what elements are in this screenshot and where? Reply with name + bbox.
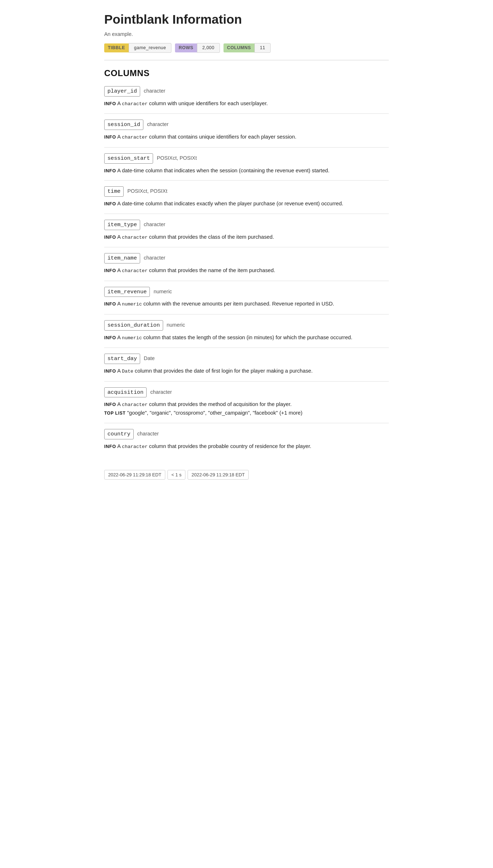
footer-duration: < 1 s xyxy=(167,470,185,480)
column-name: time xyxy=(104,186,124,197)
column-name: session_duration xyxy=(104,320,163,331)
page-title: Pointblank Information xyxy=(104,10,389,29)
columns-list: player_idcharacterINFO A character colum… xyxy=(104,86,389,456)
column-header: item_revenuenumeric xyxy=(104,287,389,297)
column-info: INFO A character column with unique iden… xyxy=(104,99,389,108)
column-entry: item_namecharacterINFO A character colum… xyxy=(104,253,389,281)
column-info: INFO A numeric column that states the le… xyxy=(104,333,389,342)
column-entry: timePOSIXct, POSIXtINFO A date-time colu… xyxy=(104,186,389,214)
column-info: INFO A character column that provides th… xyxy=(104,442,389,451)
rows-label: ROWS xyxy=(175,43,197,52)
column-header: item_namecharacter xyxy=(104,253,389,263)
column-type: Date xyxy=(144,355,155,363)
column-type: character xyxy=(147,121,169,129)
columns-label: COLUMNS xyxy=(224,43,255,52)
column-name: session_id xyxy=(104,120,143,130)
columns-count: 11 xyxy=(254,43,271,53)
column-type: character xyxy=(144,87,165,95)
column-header: start_dayDate xyxy=(104,354,389,364)
column-entry: player_idcharacterINFO A character colum… xyxy=(104,86,389,114)
column-type: character xyxy=(150,388,172,396)
column-header: acquisitioncharacter xyxy=(104,387,389,398)
column-name: acquisition xyxy=(104,387,147,398)
column-info: INFO A date-time column that indicates e… xyxy=(104,200,389,208)
column-type: numeric xyxy=(153,288,172,296)
column-type: character xyxy=(137,430,159,438)
column-name: start_day xyxy=(104,354,140,364)
column-header: countrycharacter xyxy=(104,429,389,439)
column-header: player_idcharacter xyxy=(104,86,389,97)
column-entry: session_durationnumericINFO A numeric co… xyxy=(104,320,389,348)
footer-timestamp-end: 2022-06-29 11:29:18 EDT xyxy=(188,470,249,480)
tibble-value: game_revenue xyxy=(129,43,171,53)
column-type: character xyxy=(144,254,165,262)
column-header: item_typecharacter xyxy=(104,220,389,230)
column-type: character xyxy=(144,221,165,229)
column-header: session_idcharacter xyxy=(104,120,389,130)
footer-timestamp-start: 2022-06-29 11:29:18 EDT xyxy=(104,470,165,480)
column-entry: session_idcharacterINFO A character colu… xyxy=(104,120,389,147)
column-entry: item_typecharacterINFO A character colum… xyxy=(104,220,389,247)
footer-bar: 2022-06-29 11:29:18 EDT < 1 s 2022-06-29… xyxy=(104,466,389,480)
column-name: item_name xyxy=(104,253,140,263)
column-header: timePOSIXct, POSIXt xyxy=(104,186,389,197)
column-info: INFO A character column that provides th… xyxy=(104,400,389,409)
tibble-label: TIBBLE xyxy=(104,43,129,52)
rows-value: 2,000 xyxy=(197,43,220,53)
column-entry: item_revenuenumericINFO A numeric column… xyxy=(104,287,389,314)
top-divider xyxy=(104,60,389,60)
column-name: item_revenue xyxy=(104,287,150,297)
column-info: INFO A Date column that provides the dat… xyxy=(104,367,389,375)
column-header: session_durationnumeric xyxy=(104,320,389,331)
column-name: session_start xyxy=(104,153,153,164)
column-type: POSIXct, POSIXt xyxy=(127,187,167,195)
columns-section-title: COLUMNS xyxy=(104,67,389,80)
column-top-list: TOP LIST "google", "organic", "crossprom… xyxy=(104,409,389,417)
column-info: INFO A date-time column that indicates w… xyxy=(104,167,389,175)
column-entry: countrycharacterINFO A character column … xyxy=(104,429,389,456)
meta-badges: TIBBLE game_revenue ROWS 2,000 COLUMNS 1… xyxy=(104,43,389,53)
column-entry: acquisitioncharacterINFO A character col… xyxy=(104,387,389,423)
column-type: POSIXct, POSIXt xyxy=(157,154,197,162)
column-type: numeric xyxy=(167,321,185,329)
column-name: item_type xyxy=(104,220,140,230)
column-name: country xyxy=(104,429,134,439)
page-subtitle: An example. xyxy=(104,31,389,38)
column-info: INFO A character column that provides th… xyxy=(104,266,389,275)
column-entry: session_startPOSIXct, POSIXtINFO A date-… xyxy=(104,153,389,181)
column-info: INFO A numeric column with the revenue a… xyxy=(104,300,389,308)
column-info: INFO A character column that contains un… xyxy=(104,133,389,141)
column-header: session_startPOSIXct, POSIXt xyxy=(104,153,389,164)
column-name: player_id xyxy=(104,86,140,97)
column-entry: start_dayDateINFO A Date column that pro… xyxy=(104,354,389,381)
column-info: INFO A character column that provides th… xyxy=(104,233,389,242)
